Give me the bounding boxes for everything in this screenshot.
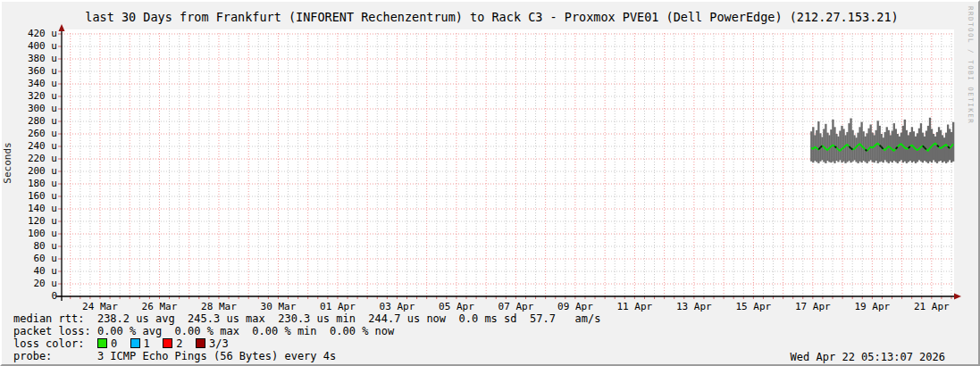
y-tick-label: 260 u bbox=[2, 129, 57, 138]
y-tick-label: 320 u bbox=[2, 91, 57, 101]
y-tick-label: 420 u bbox=[2, 29, 57, 38]
y-tick-label: 200 u bbox=[2, 166, 57, 176]
loss-swatch-2-label: 2 bbox=[176, 337, 182, 350]
y-tick-label: 300 u bbox=[2, 104, 57, 113]
legend-loss-color: loss color: 0 1 2 3/3 bbox=[13, 338, 229, 349]
graph-title: last 30 Days from Frankfurt (INFORENT Re… bbox=[2, 10, 980, 24]
rrdtool-watermark: RRDTOOL / TOBI OETIKER bbox=[967, 6, 975, 124]
loss-swatch-1-label: 1 bbox=[144, 337, 150, 350]
y-tick-label: 160 u bbox=[2, 191, 57, 201]
y-tick-label: 240 u bbox=[2, 141, 57, 151]
x-tick-label: 15 Apr bbox=[722, 302, 784, 312]
y-tick-label: 40 u bbox=[2, 266, 57, 276]
x-tick-label: 26 Mar bbox=[128, 302, 190, 312]
legend-probe: probe: 3 ICMP Echo Pings (56 Bytes) ever… bbox=[13, 351, 336, 362]
x-tick-label: 01 Apr bbox=[306, 302, 369, 312]
loss-swatch-darkred-icon bbox=[196, 338, 205, 348]
x-tick-label: 30 Mar bbox=[247, 302, 309, 312]
y-tick-label: 120 u bbox=[2, 216, 57, 226]
x-tick-label: 11 Apr bbox=[603, 302, 666, 312]
y-tick-label: 0 bbox=[2, 291, 57, 301]
x-tick-label: 19 Apr bbox=[841, 302, 903, 312]
x-tick-label: 13 Apr bbox=[663, 302, 725, 312]
gap bbox=[150, 337, 163, 350]
legend-packet-loss: packet loss: 0.00 % avg 0.00 % max 0.00 … bbox=[13, 326, 394, 337]
x-tick-label: 21 Apr bbox=[900, 302, 963, 312]
loss-swatch-blue-icon bbox=[130, 338, 140, 348]
gap bbox=[183, 337, 196, 350]
y-tick-label: 180 u bbox=[2, 179, 57, 188]
loss-swatch-green-icon bbox=[97, 338, 107, 348]
gap bbox=[117, 337, 130, 350]
loss-swatch-3-label: 3/3 bbox=[209, 337, 229, 350]
y-tick-label: 220 u bbox=[2, 154, 57, 163]
y-tick-label: 400 u bbox=[2, 41, 57, 51]
y-tick-label: 360 u bbox=[2, 66, 57, 76]
y-tick-label: 100 u bbox=[2, 229, 57, 238]
y-tick-label: 280 u bbox=[2, 116, 57, 126]
y-tick-label: 20 u bbox=[2, 279, 57, 288]
loss-color-label: loss color: bbox=[13, 337, 97, 350]
timestamp: Wed Apr 22 05:13:07 2026 bbox=[791, 351, 945, 363]
loss-swatch-red-icon bbox=[163, 338, 172, 348]
x-tick-label: 17 Apr bbox=[782, 302, 844, 312]
y-tick-label: 80 u bbox=[2, 241, 57, 251]
smokeping-graph: last 30 Days from Frankfurt (INFORENT Re… bbox=[0, 0, 980, 366]
x-tick-label: 03 Apr bbox=[365, 302, 428, 312]
legend-median-rtt: median rtt: 238.2 us avg 245.3 us max 23… bbox=[13, 313, 600, 324]
y-tick-label: 380 u bbox=[2, 54, 57, 63]
x-tick-label: 24 Mar bbox=[69, 302, 131, 312]
y-tick-label: 60 u bbox=[2, 254, 57, 263]
y-tick-label: 140 u bbox=[2, 204, 57, 213]
x-tick-label: 09 Apr bbox=[544, 302, 607, 312]
x-tick-label: 28 Mar bbox=[188, 302, 250, 312]
x-tick-label: 05 Apr bbox=[425, 302, 488, 312]
y-tick-label: 340 u bbox=[2, 79, 57, 88]
x-tick-label: 07 Apr bbox=[484, 302, 547, 312]
